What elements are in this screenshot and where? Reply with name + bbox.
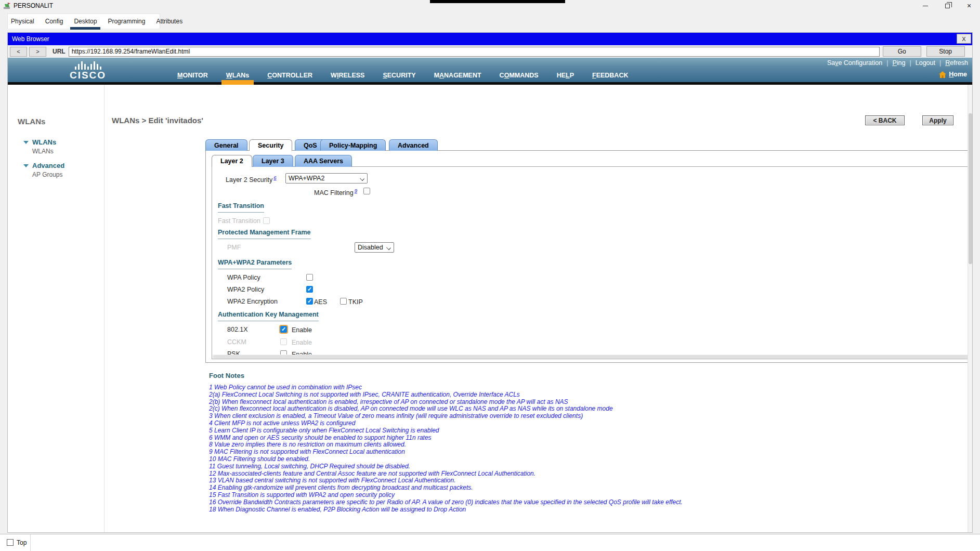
layer2-scroll-panel: Layer 2 Security6 WPA+WPA2 MAC Filtering… xyxy=(212,166,972,359)
layer2-form: Layer 2 Security6 WPA+WPA2 MAC Filtering… xyxy=(212,167,972,359)
hscroll-thumb[interactable] xyxy=(213,355,971,358)
pt-tab-config[interactable]: Config xyxy=(45,18,63,25)
sidebar-item-wlans-child[interactable]: WLANs xyxy=(8,147,104,159)
pmf-select[interactable]: Disabled xyxy=(355,242,394,253)
mac-filtering-label: MAC Filtering9 xyxy=(314,188,357,196)
footnote-6-link[interactable]: 6 xyxy=(273,175,276,180)
mac-filtering-row: MAC Filtering9 xyxy=(212,186,972,200)
restore-button[interactable] xyxy=(936,0,958,11)
back-nav-button[interactable]: < xyxy=(10,47,27,57)
top-checkbox[interactable] xyxy=(7,539,14,546)
pt-tab-programming[interactable]: Programming xyxy=(108,18,145,25)
wpa2-encryption-row: WPA2 Encryption AES TKIP xyxy=(212,296,972,309)
wpa2-policy-row: WPA2 Policy xyxy=(212,284,972,296)
menu-item-controller[interactable]: CONTROLLER xyxy=(267,72,312,79)
akm-header: Authentication Key Management xyxy=(218,311,319,321)
menu-item-security[interactable]: SECURITY xyxy=(383,72,415,79)
toplink-save-configuration[interactable]: Save Configuration xyxy=(827,59,882,67)
wlc-menu: MONITORWLANsCONTROLLERWIRELESSSECURITYMA… xyxy=(177,72,628,79)
home-icon xyxy=(939,71,946,78)
home-link[interactable]: Home xyxy=(939,71,967,78)
pt-tab-physical[interactable]: Physical xyxy=(11,18,34,25)
url-input[interactable]: https://192.168.99.254/frameWlanEdit.htm… xyxy=(69,47,880,57)
subtab-aaa-servers[interactable]: AAA Servers xyxy=(295,155,352,167)
menu-item-management[interactable]: MANAGEMENT xyxy=(434,72,481,79)
layer2-security-row: Layer 2 Security6 WPA+WPA2 xyxy=(212,173,972,186)
sidebar: WLANs WLANs WLANs Advanced AP Groups xyxy=(8,85,104,532)
mac-filtering-checkbox[interactable] xyxy=(363,188,370,194)
subtab-layer3[interactable]: Layer 3 xyxy=(253,155,293,167)
page-scrollbar-thumb[interactable] xyxy=(969,113,972,264)
browser-titlebar: Web Browser X xyxy=(8,33,972,45)
aes-checkbox[interactable] xyxy=(306,298,313,305)
minimize-button[interactable] xyxy=(914,0,936,11)
wpa-policy-checkbox[interactable] xyxy=(306,274,313,281)
tab-advanced[interactable]: Advanced xyxy=(389,139,438,151)
tkip-checkbox[interactable] xyxy=(340,298,347,305)
layer2-security-label: Layer 2 Security6 xyxy=(226,175,277,183)
bottombar-divider xyxy=(30,534,31,551)
wlc-toplinks: Save Configuration|Ping|Logout|Refresh xyxy=(827,59,968,67)
stop-button[interactable]: Stop xyxy=(926,46,965,57)
pmf-header: Protected Management Frame xyxy=(218,229,311,239)
form-horizontal-scrollbar[interactable] xyxy=(212,355,972,359)
chevron-down-icon xyxy=(23,164,29,167)
footnote-9-link[interactable]: 9 xyxy=(355,188,357,193)
footnotes-section: Foot Notes 1 Web Policy cannot be used i… xyxy=(209,372,972,513)
fast-transition-section: Fast Transition Fast Transition xyxy=(212,200,972,227)
toplink-logout[interactable]: Logout xyxy=(916,59,935,67)
footnote-line: 9 MAC Filtering is not supported with Fl… xyxy=(209,449,972,456)
page-title: WLANs > Edit 'invitados' xyxy=(112,116,203,125)
close-button[interactable]: × xyxy=(958,0,980,11)
pmf-section: Protected Management Frame PMF Disabled xyxy=(212,227,972,257)
go-button[interactable]: Go xyxy=(883,46,921,57)
back-button[interactable]: < BACK xyxy=(865,115,905,125)
pt-tabbar: PhysicalConfigDesktopProgrammingAttribut… xyxy=(0,11,980,29)
top-checkbox-label: Top xyxy=(17,539,27,546)
pt-tab-attributes[interactable]: Attributes xyxy=(156,18,182,25)
sidebar-item-advanced[interactable]: Advanced xyxy=(8,159,104,170)
sidebar-item-wlans[interactable]: WLANs xyxy=(8,136,104,147)
browser-close-button[interactable]: X xyxy=(957,34,971,44)
toplink-refresh[interactable]: Refresh xyxy=(945,59,968,67)
forward-nav-button[interactable]: > xyxy=(29,47,46,57)
footnotes-list: 1 Web Policy cannot be used in combinati… xyxy=(209,384,972,513)
window-title: PERSONALIT xyxy=(14,2,53,9)
sidebar-item-ap-groups[interactable]: AP Groups xyxy=(8,170,104,182)
pt-titlebar: PERSONALIT × xyxy=(0,0,980,11)
akm-cckm-label: CCKM xyxy=(227,338,246,346)
tab-security[interactable]: Security xyxy=(249,139,292,151)
wpa2-policy-checkbox[interactable] xyxy=(306,286,313,293)
footnote-line: 2(c) When flexconnect local authenticati… xyxy=(209,405,972,413)
aes-label: AES xyxy=(314,298,327,306)
fast-transition-header: Fast Transition xyxy=(218,202,264,213)
wpa2-encryption-label: WPA2 Encryption xyxy=(227,298,278,305)
subtab-layer2[interactable]: Layer 2 xyxy=(212,155,252,167)
menu-item-monitor[interactable]: MONITOR xyxy=(177,72,208,79)
akm-row-cckm: CCKM Enable xyxy=(212,337,972,349)
akm-8021x-checkbox[interactable] xyxy=(280,326,287,333)
menu-item-wlans[interactable]: WLANs xyxy=(226,72,249,79)
menu-item-feedback[interactable]: FEEDBACK xyxy=(592,72,628,79)
main-area: WLANs > Edit 'invitados' < BACK Apply Ge… xyxy=(105,85,972,532)
toplink-ping[interactable]: Ping xyxy=(892,59,905,67)
menu-item-help[interactable]: HELP xyxy=(557,72,574,79)
menu-item-wireless[interactable]: WIRELESS xyxy=(331,72,364,79)
menu-item-commands[interactable]: COMMANDS xyxy=(500,72,539,79)
pt-tab-desktop[interactable]: Desktop xyxy=(74,18,97,25)
fast-transition-checkbox xyxy=(263,217,270,224)
pt-tabstrip: PhysicalConfigDesktopProgrammingAttribut… xyxy=(7,14,160,29)
tab-policy-mapping[interactable]: Policy-Mapping xyxy=(320,139,386,151)
tkip-label: TKIP xyxy=(348,298,363,306)
footnote-line: 3 When client exclusion is enabled, a Ti… xyxy=(209,413,972,420)
apply-button[interactable]: Apply xyxy=(922,115,953,125)
top-black-strip xyxy=(430,0,565,3)
wpa-parameters-section: WPA+WPA2 Parameters WPA Policy WPA2 Poli… xyxy=(212,257,972,309)
footnote-line: 2(b) When flexconnect local authenticati… xyxy=(209,399,972,406)
tab-general[interactable]: General xyxy=(205,139,247,151)
footnote-line: 11 Guest tunneling, Local switching, DHC… xyxy=(209,463,972,470)
chevron-down-icon xyxy=(386,245,391,250)
footnote-line: 10 MAC Filtering should be enabled. xyxy=(209,456,972,463)
page-vertical-scrollbar[interactable] xyxy=(968,85,972,532)
layer2-security-select[interactable]: WPA+WPA2 xyxy=(285,173,368,183)
